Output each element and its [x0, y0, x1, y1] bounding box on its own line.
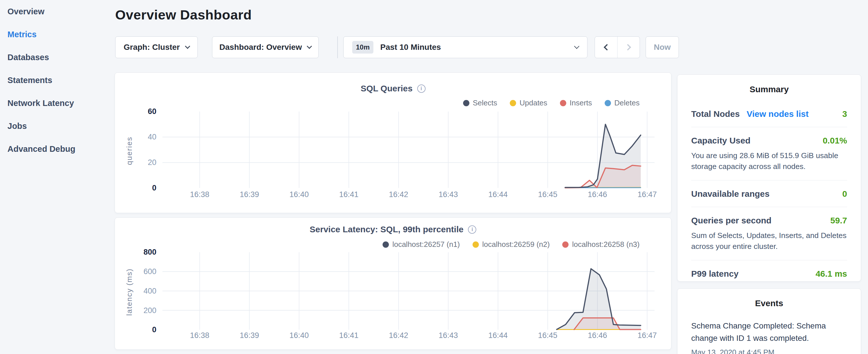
svg-text:16:46: 16:46: [588, 190, 607, 199]
chevron-down-icon: [307, 43, 312, 49]
events-heading: Events: [677, 289, 861, 308]
capacity-used-description: You are using 28.6 MiB of 515.9 GiB usab…: [691, 150, 847, 172]
svg-text:16:38: 16:38: [190, 331, 209, 340]
svg-text:16:45: 16:45: [538, 190, 557, 199]
svg-text:800: 800: [144, 248, 156, 256]
summary-heading: Summary: [677, 75, 861, 94]
svg-text:20: 20: [148, 158, 156, 167]
dashboard-dropdown-label: Dashboard: Overview: [219, 43, 302, 52]
page-title: Overview Dashboard: [115, 7, 252, 23]
svg-text:16:42: 16:42: [389, 331, 408, 340]
svg-text:16:41: 16:41: [339, 190, 359, 199]
p99-latency-value: 46.1 ms: [815, 269, 847, 279]
svg-text:16:43: 16:43: [439, 190, 458, 199]
chevron-down-icon: [185, 43, 190, 49]
time-step-buttons: [595, 36, 640, 58]
svg-text:0: 0: [152, 184, 156, 192]
sidebar-item-jobs[interactable]: Jobs: [0, 115, 115, 137]
sidebar-item-metrics[interactable]: Metrics: [0, 23, 115, 46]
view-nodes-list-link[interactable]: View nodes list: [746, 109, 808, 119]
svg-text:16:38: 16:38: [190, 190, 209, 199]
queries-per-second-description: Sum of Selects, Updates, Inserts, and De…: [691, 230, 847, 252]
time-step-back-button[interactable]: [595, 37, 617, 58]
p99-latency-label: P99 latency: [691, 269, 739, 279]
event-item: Schema Change Completed: Schema change w…: [677, 308, 861, 354]
summary-row-queries-per-second: Queries per second 59.7 Sum of Selects, …: [677, 207, 861, 260]
svg-text:16:39: 16:39: [240, 331, 259, 340]
chevron-right-icon: [624, 44, 631, 51]
svg-text:16:44: 16:44: [488, 331, 507, 340]
svg-text:16:47: 16:47: [638, 190, 657, 199]
svg-text:16:41: 16:41: [339, 331, 359, 340]
svg-text:0: 0: [152, 325, 156, 334]
total-nodes-value: 3: [842, 109, 847, 119]
summary-row-capacity-used: Capacity Used 0.01% You are using 28.6 M…: [677, 127, 861, 180]
svg-text:16:40: 16:40: [289, 331, 309, 340]
svg-text:400: 400: [144, 287, 156, 295]
time-step-forward-button[interactable]: [617, 37, 640, 58]
chevron-down-icon: [574, 43, 579, 49]
overview-dashboard-page: { "sidebar": { "items": [ {"label": "Ove…: [0, 0, 868, 354]
sidebar: OverviewMetricsDatabasesStatementsNetwor…: [0, 0, 115, 354]
svg-text:16:42: 16:42: [389, 190, 408, 199]
unavailable-ranges-value: 0: [842, 189, 847, 199]
service-latency-chart: 16:3816:3916:4016:4116:4216:4316:4416:45…: [115, 218, 671, 349]
events-panel: Events Schema Change Completed: Schema c…: [677, 288, 861, 354]
sql-queries-chart: 16:3816:3916:4016:4116:4216:4316:4416:45…: [115, 73, 671, 213]
graph-dropdown-label: Graph: Cluster: [124, 43, 180, 52]
service-latency-chart-card: Service Latency: SQL, 99th percentile lo…: [115, 217, 672, 350]
svg-text:16:39: 16:39: [240, 190, 259, 199]
summary-row-total-nodes: Total Nodes View nodes list 3: [677, 100, 861, 127]
graph-dropdown[interactable]: Graph: Cluster: [115, 36, 198, 58]
svg-text:16:46: 16:46: [588, 331, 607, 340]
summary-panel: Summary Total Nodes View nodes list 3 Ca…: [677, 74, 861, 282]
svg-text:40: 40: [148, 133, 156, 141]
svg-text:16:47: 16:47: [638, 331, 657, 340]
svg-text:600: 600: [144, 267, 156, 276]
total-nodes-label: Total Nodes: [691, 109, 740, 119]
svg-text:60: 60: [148, 107, 156, 116]
chevron-left-icon: [604, 44, 610, 51]
capacity-used-value: 0.01%: [823, 136, 847, 146]
svg-text:16:40: 16:40: [289, 190, 309, 199]
svg-text:200: 200: [144, 306, 156, 315]
time-range-label: Past 10 Minutes: [380, 43, 441, 52]
now-button[interactable]: Now: [646, 36, 679, 58]
event-timestamp: May 13, 2020 at 4:45 PM: [691, 348, 847, 354]
sidebar-list: OverviewMetricsDatabasesStatementsNetwor…: [0, 0, 115, 160]
time-range-dropdown[interactable]: 10m Past 10 Minutes: [343, 36, 587, 58]
sidebar-item-network-latency[interactable]: Network Latency: [0, 92, 115, 115]
sidebar-item-databases[interactable]: Databases: [0, 46, 115, 69]
svg-text:16:45: 16:45: [538, 331, 557, 340]
event-message: Schema Change Completed: Schema change w…: [691, 320, 847, 345]
summary-row-unavailable-ranges: Unavailable ranges 0: [677, 181, 861, 207]
queries-per-second-label: Queries per second: [691, 216, 771, 225]
svg-text:16:44: 16:44: [488, 190, 508, 199]
unavailable-ranges-label: Unavailable ranges: [691, 189, 769, 199]
sidebar-item-statements[interactable]: Statements: [0, 69, 115, 92]
summary-row-p99-latency: P99 latency 46.1 ms: [677, 260, 861, 287]
sql-queries-chart-card: SQL Queries SelectsUpdatesInsertsDeletes…: [115, 72, 672, 213]
sidebar-item-advanced-debug[interactable]: Advanced Debug: [0, 137, 115, 160]
dashboard-dropdown[interactable]: Dashboard: Overview: [212, 36, 319, 58]
capacity-used-label: Capacity Used: [691, 136, 750, 146]
sidebar-item-overview[interactable]: Overview: [0, 0, 115, 23]
time-range-badge: 10m: [352, 41, 373, 54]
svg-text:16:43: 16:43: [439, 331, 458, 340]
queries-per-second-value: 59.7: [831, 216, 847, 225]
header-divider: [337, 36, 338, 58]
